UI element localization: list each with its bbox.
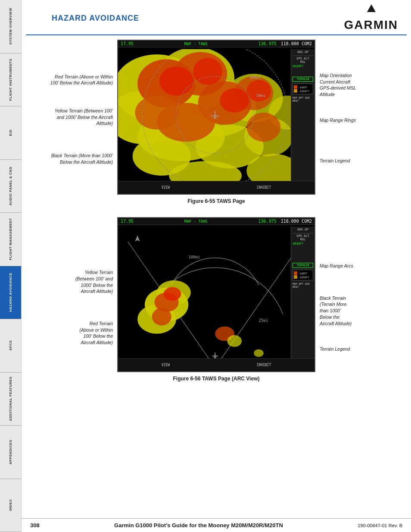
- black-terrain-annotation2: Black Terrain(Terrain Morethan 1000'Belo…: [320, 295, 386, 327]
- figure2-screen: 17.95 MAP - TAHS 136.975 118.000 COM2: [117, 217, 315, 372]
- screen2-freq-left: 17.95: [121, 219, 134, 224]
- garmin-triangle-icon: [367, 4, 376, 12]
- screen2-center-label: MAP - TAHS: [184, 219, 208, 224]
- terrain-label-2: TERRAIN: [293, 263, 313, 268]
- page-header: HAZARD AVOIDANCE GARMIN: [26, 0, 407, 35]
- figure1-left-annotations: Red Terrain (Above or Within 100’ Below …: [46, 69, 117, 165]
- terrain-legend-annotation2: Terrain Legend: [320, 346, 386, 352]
- screen1-terrain-canvas: 100mi 50mi: [118, 49, 314, 181]
- svg-point-18: [135, 96, 178, 130]
- sidebar: SYSTEM OVERVIEW FLIGHT INSTRUMENTS EIS A…: [0, 0, 22, 532]
- sidebar-item-flight-management[interactable]: FLIGHT MANAGEMENT: [0, 213, 21, 266]
- svg-point-43: [227, 335, 242, 347]
- svg-rect-31: [118, 227, 314, 358]
- page-title: HAZARD AVOIDANCE: [52, 14, 139, 23]
- screen1-freq-right: 136.975 118.000 COM2: [258, 41, 312, 46]
- sidebar-item-afcs[interactable]: AFCS: [0, 319, 21, 373]
- svg-point-41: [164, 287, 181, 301]
- svg-point-40: [152, 308, 171, 326]
- map-orientation-annotation: Map OrientationCurrent AircraftGPS-deriv…: [320, 72, 386, 98]
- svg-text:100mi: 100mi: [188, 255, 200, 259]
- black-terrain-annotation: Black Terrain (More than 1000’ Below the…: [46, 152, 113, 165]
- screen2-freq-right: 136.975 118.000 COM2: [258, 219, 312, 224]
- map-range-rings-annotation: Map Range Rings: [320, 117, 386, 124]
- yellow-terrain-annotation: Yellow Terrain (Between 100’ and 1000’ B…: [46, 108, 113, 127]
- figure2-left-annotations: Yellow Terrain(Between 100' and1000' Bel…: [46, 243, 117, 346]
- figure1-screen: 17.95 MAP - TAWS 136.975 118.000 COM2: [117, 40, 315, 195]
- yellow-terrain-annotation2: Yellow Terrain(Between 100' and1000' Bel…: [46, 269, 113, 295]
- svg-text:25mi: 25mi: [259, 318, 268, 323]
- main-content: HAZARD AVOIDANCE GARMIN Red Terrain (Abo…: [22, 0, 411, 390]
- screen2-right-panel: HDS UP GPS ALT MSL 9838FT TERRAIN -100FT: [291, 227, 314, 358]
- screen2-footer: VIEW INHIBIT: [118, 358, 314, 371]
- sidebar-item-appendices[interactable]: APPENDICES: [0, 426, 21, 479]
- screen1-header: 17.95 MAP - TAWS 136.975 118.000 COM2: [118, 40, 314, 47]
- garmin-logo-text: GARMIN: [344, 18, 398, 32]
- sidebar-item-system-overview[interactable]: SYSTEM OVERVIEW: [0, 0, 21, 53]
- figure2-with-annotations: Yellow Terrain(Between 100' and1000' Bel…: [26, 217, 407, 372]
- screen1-center-label: MAP - TAWS: [184, 42, 208, 46]
- sidebar-item-index[interactable]: INDEX: [0, 479, 21, 532]
- figure2-container: Yellow Terrain(Between 100' and1000' Bel…: [26, 217, 407, 382]
- terrain-legend-1: -100FT -1000FT: [293, 84, 313, 94]
- svg-point-20: [159, 66, 193, 96]
- screen1-view-btn: VIEW: [162, 186, 170, 190]
- terrain-legend-2: -100FT -1000FT: [293, 270, 313, 280]
- sidebar-item-hazard-avoidance[interactable]: HAZARD AVOIDANCE: [0, 266, 21, 320]
- screen2-terrain-canvas: 100mi 25mi: [118, 227, 314, 358]
- figure1-right-annotations: Map OrientationCurrent AircraftGPS-deriv…: [315, 70, 386, 164]
- screen1-inhibit-btn: INHIBIT: [257, 186, 271, 190]
- footer-part-number: 190-00647-01 Rev. B: [358, 523, 402, 528]
- terrain-label-1: TERRAIN: [293, 77, 313, 82]
- figure1-with-annotations: Red Terrain (Above or Within 100’ Below …: [26, 40, 407, 195]
- svg-point-44: [254, 349, 264, 357]
- sidebar-item-eis[interactable]: EIS: [0, 106, 21, 160]
- screen1-right-panel: HDS UP GPS ALT MSL 6620FT TERRAIN -100FT: [291, 49, 314, 181]
- svg-point-23: [246, 80, 271, 102]
- screen2-view-btn: VIEW: [162, 363, 170, 367]
- screen2-header: 17.95 MAP - TAHS 136.975 118.000 COM2: [118, 218, 314, 225]
- screen1-freq-left: 17.95: [121, 41, 134, 46]
- svg-point-21: [193, 58, 223, 85]
- screen1-footer: VIEW INHIBIT: [118, 181, 314, 194]
- page-footer: 308 Garmin G1000 Pilot’s Guide for the M…: [22, 518, 411, 532]
- footer-page-number: 308: [30, 522, 40, 529]
- footer-document-title: Garmin G1000 Pilot’s Guide for the Moone…: [114, 522, 283, 529]
- figure1-caption: Figure 6-55 TAWS Page: [187, 198, 245, 204]
- terrain-legend-annotation: Terrain Legend: [320, 158, 386, 164]
- svg-point-22: [220, 88, 249, 112]
- figure1-container: Red Terrain (Above or Within 100’ Below …: [26, 40, 407, 204]
- svg-text:100mi: 100mi: [249, 75, 261, 80]
- sidebar-item-audio-panel[interactable]: AUDIO PANEL & CNS: [0, 160, 21, 213]
- figure2-right-annotations: Map Range Arcs Black Terrain(Terrain Mor…: [315, 237, 386, 352]
- red-terrain-annotation: Red Terrain (Above or Within 100’ Below …: [46, 74, 113, 86]
- svg-text:50mi: 50mi: [256, 93, 266, 98]
- sidebar-item-additional-features[interactable]: ADDITIONAL FEATURES: [0, 373, 21, 426]
- map-range-arcs-annotation: Map Range Arcs: [320, 263, 386, 269]
- screen2-inhibit-btn: INHIBIT: [257, 363, 271, 367]
- sidebar-item-flight-instruments[interactable]: FLIGHT INSTRUMENTS: [0, 53, 21, 107]
- red-terrain-annotation2: Red Terrain(Above or Within100' Below th…: [46, 320, 113, 346]
- figure2-caption: Figure 6-56 TAWS Page (ARC View): [173, 376, 260, 382]
- garmin-logo: GARMIN: [344, 4, 398, 32]
